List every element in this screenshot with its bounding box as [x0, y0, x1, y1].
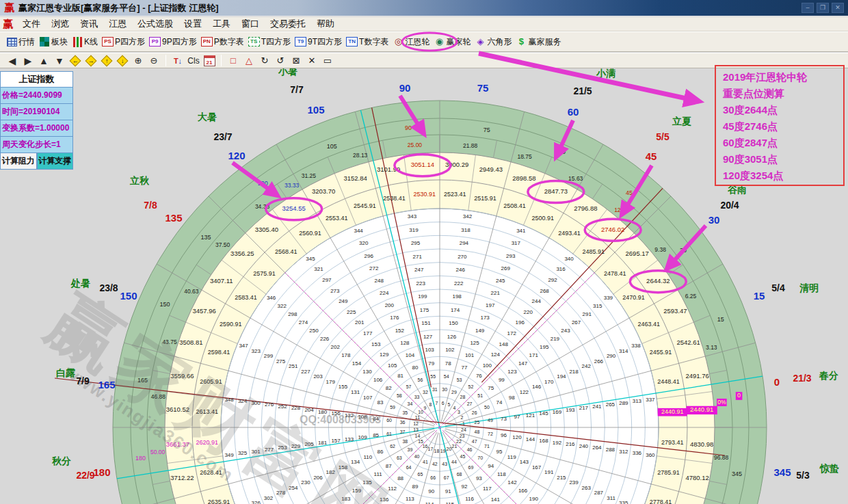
forward-icon[interactable]: ▶ — [21, 54, 35, 67]
maximize-button[interactable]: ❐ — [817, 3, 829, 13]
toolbar-button-赢家轮[interactable]: ◉赢家轮 — [432, 34, 473, 50]
svg-text:151: 151 — [421, 320, 431, 326]
panel-value-row-0: 价格=2440.9099 — [0, 88, 73, 104]
up-icon[interactable]: ▲ — [37, 54, 51, 67]
select-icon[interactable]: ▭ — [321, 54, 334, 67]
svg-text:202: 202 — [331, 344, 341, 350]
svg-text:198: 198 — [452, 293, 462, 300]
down-icon[interactable]: ▼ — [53, 54, 66, 67]
square-icon[interactable]: □ — [226, 54, 240, 67]
menu-item-5[interactable]: 设置 — [178, 16, 207, 31]
rotate-ccw-icon[interactable]: ↺ — [274, 54, 287, 67]
svg-text:46: 46 — [467, 447, 473, 452]
solar-term-label: 春分 — [819, 370, 838, 382]
svg-text:113: 113 — [406, 496, 414, 502]
toolbar-button-label: 9P四方形 — [162, 36, 197, 48]
rotate-cw-icon[interactable]: ↻ — [258, 54, 271, 67]
svg-text:135: 135 — [201, 234, 211, 241]
diamond-left-icon[interactable]: ← — [68, 54, 82, 67]
svg-text:223: 223 — [416, 280, 426, 287]
t-shift-icon[interactable]: T↓ — [171, 54, 185, 67]
zoom-in-icon[interactable]: ⊕ — [131, 54, 145, 67]
toolbar-button-label: K线 — [84, 36, 98, 48]
svg-text:120: 120 — [258, 180, 268, 187]
toolbar-button-板块[interactable]: 板块 — [37, 34, 70, 50]
degree-label: 60 — [568, 106, 579, 118]
svg-text:2491.76: 2491.76 — [685, 372, 708, 380]
solar-term-label: 惊蛰 — [820, 463, 839, 475]
svg-text:80: 80 — [412, 364, 418, 371]
menu-item-6[interactable]: 工具 — [207, 16, 236, 31]
svg-text:111: 111 — [374, 471, 383, 477]
calc-resistance-button[interactable]: 计算阻力 — [0, 153, 37, 170]
triangle-icon[interactable]: △ — [242, 54, 256, 67]
svg-text:230: 230 — [301, 479, 310, 486]
menu-item-7[interactable]: 窗口 — [236, 16, 265, 31]
shrink-icon[interactable]: ✕ — [305, 54, 319, 67]
toolbar-button-T数字表[interactable]: TNT数字表 — [344, 34, 390, 50]
toolbar-button-江恩轮[interactable]: ◎江恩轮 — [390, 34, 432, 50]
cls-icon[interactable]: Cls — [187, 54, 200, 67]
svg-text:117: 117 — [483, 486, 492, 492]
svg-text:195: 195 — [540, 344, 549, 350]
svg-text:2949.43: 2949.43 — [479, 165, 503, 173]
svg-text:105: 105 — [388, 362, 397, 369]
toolbar-button-六角形[interactable]: ◈六角形 — [473, 34, 514, 50]
svg-text:49: 49 — [488, 418, 493, 423]
menu-item-0[interactable]: 文件 — [17, 16, 46, 31]
xbox-icon[interactable]: ⊠ — [289, 54, 303, 67]
svg-text:46.88: 46.88 — [151, 393, 166, 400]
back-icon[interactable]: ◀ — [5, 54, 19, 67]
svg-text:338: 338 — [631, 343, 641, 349]
zoom-out-icon[interactable]: ⊖ — [147, 54, 161, 67]
menu-item-1[interactable]: 浏览 — [46, 16, 75, 31]
svg-text:2523.41: 2523.41 — [444, 191, 466, 198]
svg-text:150: 150 — [160, 301, 170, 308]
toolbar-button-行情[interactable]: 行情 — [4, 34, 37, 50]
menu-item-3[interactable]: 江恩 — [103, 16, 132, 31]
svg-text:218: 218 — [569, 369, 579, 375]
calendar-21-icon[interactable]: 21 — [202, 54, 216, 67]
svg-text:82: 82 — [386, 385, 392, 391]
toolbar-button-9T四方形[interactable]: T99T四方形 — [293, 34, 344, 50]
svg-text:22: 22 — [456, 439, 462, 444]
toolbar-button-T四方形[interactable]: TST四方形 — [246, 34, 293, 50]
svg-text:152: 152 — [395, 328, 405, 334]
diamond-right-icon[interactable]: → — [84, 54, 98, 67]
svg-text:92: 92 — [462, 483, 468, 490]
close-button[interactable]: ✕ — [832, 3, 844, 13]
date-label: 5/5 — [656, 131, 669, 142]
toolbar-button-P数字表[interactable]: PNP数字表 — [199, 34, 246, 50]
menu-item-9[interactable]: 帮助 — [311, 16, 340, 31]
svg-text:142: 142 — [507, 479, 517, 486]
toolbar-button-赢家服务[interactable]: $赢家服务 — [514, 34, 563, 50]
svg-text:190: 190 — [529, 496, 538, 502]
toolbar-button-9P四方形[interactable]: P99P四方形 — [147, 34, 199, 50]
svg-text:0: 0 — [737, 392, 741, 399]
svg-text:225: 225 — [347, 309, 356, 315]
svg-text:266: 266 — [594, 358, 604, 364]
calc-support-button[interactable]: 计算支撑 — [37, 153, 74, 170]
svg-text:219: 219 — [551, 336, 560, 342]
svg-text:95: 95 — [496, 449, 503, 455]
menu-item-4[interactable]: 公式选股 — [132, 16, 178, 31]
solar-term-label: 白露 — [56, 367, 75, 380]
toolbar-button-P四方形[interactable]: PSP四方形 — [100, 34, 147, 50]
svg-text:300: 300 — [251, 400, 261, 406]
diamond-up-icon[interactable]: ↑ — [100, 54, 114, 67]
quotes-grid-icon — [6, 36, 17, 47]
svg-text:76: 76 — [476, 373, 482, 379]
svg-text:299: 299 — [264, 353, 274, 359]
svg-text:159: 159 — [352, 488, 362, 494]
svg-text:220: 220 — [524, 309, 533, 315]
menu-item-8[interactable]: 交易委托 — [265, 16, 311, 31]
menu-item-2[interactable]: 资讯 — [75, 16, 103, 31]
svg-text:66: 66 — [430, 475, 436, 480]
svg-text:15: 15 — [717, 316, 724, 323]
minimize-button[interactable]: – — [801, 3, 814, 13]
svg-text:99: 99 — [499, 377, 505, 383]
toolbar-button-K线[interactable]: K线 — [70, 34, 100, 50]
svg-text:6: 6 — [442, 401, 445, 406]
diamond-down-icon[interactable]: ↓ — [116, 54, 129, 67]
svg-text:1: 1 — [462, 421, 465, 426]
